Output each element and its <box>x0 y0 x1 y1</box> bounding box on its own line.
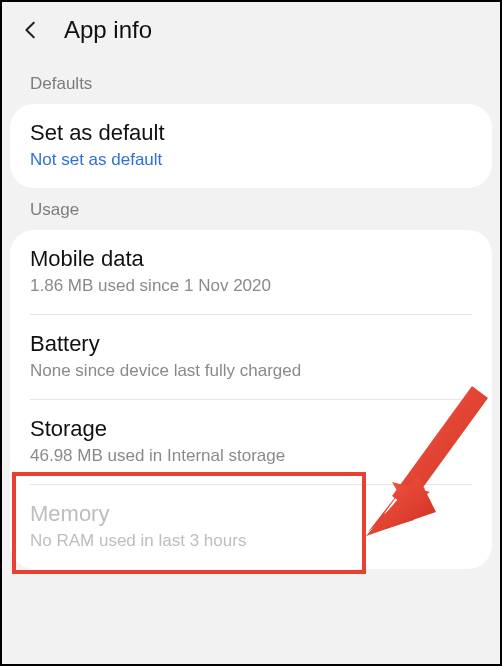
usage-card: Mobile data 1.86 MB used since 1 Nov 202… <box>10 230 492 569</box>
back-icon[interactable] <box>20 19 42 41</box>
row-sub: No RAM used in last 3 hours <box>30 531 472 551</box>
page-title: App info <box>64 16 152 44</box>
row-sub: 46.98 MB used in Internal storage <box>30 446 472 466</box>
row-storage[interactable]: Storage 46.98 MB used in Internal storag… <box>10 400 492 484</box>
row-title: Battery <box>30 331 472 357</box>
section-label-usage: Usage <box>2 188 500 230</box>
row-sub: Not set as default <box>30 150 472 170</box>
row-battery[interactable]: Battery None since device last fully cha… <box>10 315 492 399</box>
defaults-card: Set as default Not set as default <box>10 104 492 188</box>
row-title: Set as default <box>30 120 472 146</box>
row-title: Storage <box>30 416 472 442</box>
row-set-as-default[interactable]: Set as default Not set as default <box>10 104 492 188</box>
row-title: Mobile data <box>30 246 472 272</box>
row-sub: 1.86 MB used since 1 Nov 2020 <box>30 276 472 296</box>
row-sub: None since device last fully charged <box>30 361 472 381</box>
header: App info <box>2 2 500 62</box>
section-label-defaults: Defaults <box>2 62 500 104</box>
row-title: Memory <box>30 501 472 527</box>
row-mobile-data[interactable]: Mobile data 1.86 MB used since 1 Nov 202… <box>10 230 492 314</box>
row-memory[interactable]: Memory No RAM used in last 3 hours <box>10 485 492 569</box>
